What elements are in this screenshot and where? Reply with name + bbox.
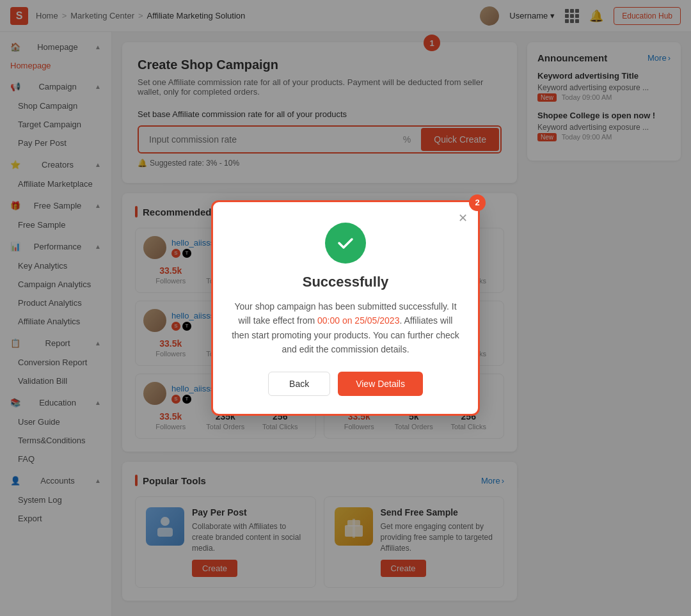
success-check-icon (325, 223, 366, 264)
modal-close-button[interactable]: ✕ (458, 211, 468, 225)
step-2-badge: 2 (469, 194, 486, 211)
success-message: Your shop campaign has been submitted su… (231, 299, 460, 357)
modal-buttons: Back View Details (231, 372, 460, 396)
success-title: Successfully (231, 274, 460, 290)
modal-back-button[interactable]: Back (268, 372, 330, 396)
success-highlight-time: 00:00 on 25/05/2023 (317, 315, 399, 326)
modal-overlay[interactable]: 2 ✕ Successfully Your shop campaign has … (0, 0, 691, 616)
success-modal: 2 ✕ Successfully Your shop campaign has … (211, 200, 480, 416)
modal-view-details-button[interactable]: View Details (338, 372, 423, 396)
